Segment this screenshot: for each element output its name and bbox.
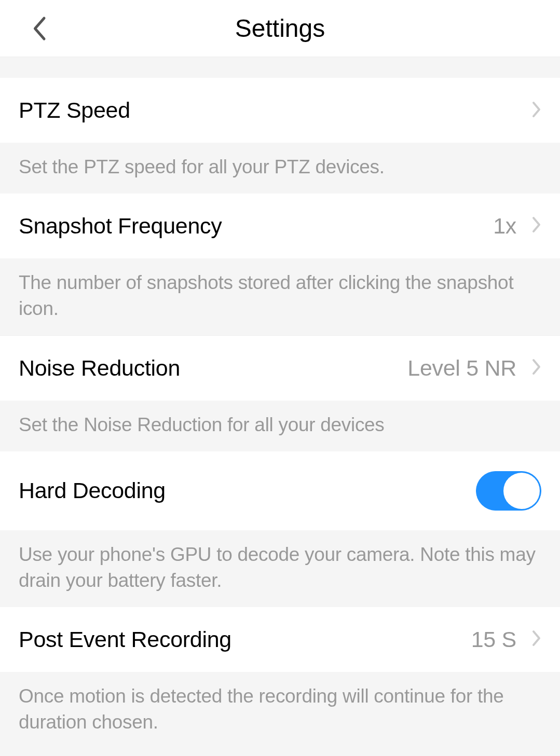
- noise-reduction-row[interactable]: Noise Reduction Level 5 NR: [0, 336, 560, 401]
- snapshot-frequency-description: The number of snapshots stored after cli…: [0, 258, 560, 336]
- row-right: 15 S: [471, 627, 541, 652]
- hard-decoding-label: Hard Decoding: [19, 478, 166, 503]
- chevron-right-icon: [532, 216, 541, 235]
- header: Settings: [0, 0, 560, 57]
- chevron-right-icon: [532, 630, 541, 649]
- chevron-right-icon: [532, 359, 541, 377]
- ptz-speed-description: Set the PTZ speed for all your PTZ devic…: [0, 143, 560, 194]
- chevron-left-icon: [31, 16, 47, 42]
- noise-reduction-label: Noise Reduction: [19, 355, 180, 381]
- toggle-knob: [503, 473, 540, 509]
- section-spacer: [0, 57, 560, 78]
- post-event-recording-value: 15 S: [471, 627, 516, 652]
- snapshot-frequency-row[interactable]: Snapshot Frequency 1x: [0, 194, 560, 258]
- back-button[interactable]: [31, 16, 47, 42]
- snapshot-frequency-value: 1x: [493, 213, 516, 239]
- post-event-recording-description: Once motion is detected the recording wi…: [0, 672, 560, 749]
- hard-decoding-description: Use your phone's GPU to decode your came…: [0, 530, 560, 607]
- post-event-recording-label: Post Event Recording: [19, 627, 231, 652]
- row-right: [532, 101, 541, 120]
- ptz-speed-label: PTZ Speed: [19, 98, 130, 123]
- page-title: Settings: [0, 14, 560, 43]
- ptz-speed-row[interactable]: PTZ Speed: [0, 78, 560, 143]
- noise-reduction-value: Level 5 NR: [407, 355, 516, 381]
- row-right: Level 5 NR: [407, 355, 541, 381]
- snapshot-frequency-label: Snapshot Frequency: [19, 213, 222, 239]
- hard-decoding-row: Hard Decoding: [0, 451, 560, 530]
- post-event-recording-row[interactable]: Post Event Recording 15 S: [0, 607, 560, 672]
- noise-reduction-description: Set the Noise Reduction for all your dev…: [0, 401, 560, 451]
- hard-decoding-toggle[interactable]: [476, 471, 541, 511]
- chevron-right-icon: [532, 101, 541, 120]
- row-right: 1x: [493, 213, 541, 239]
